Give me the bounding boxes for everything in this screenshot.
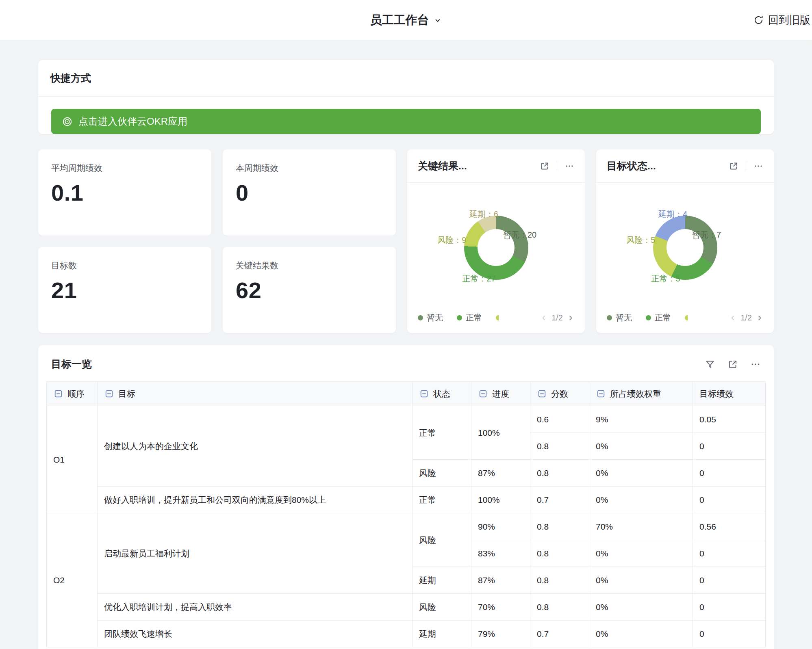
score-cell: 0.6 [530,406,589,433]
legend-dot [418,315,423,320]
segment-label: 正常：5 [651,273,680,284]
table-row: 优化入职培训计划，提高入职效率 风险 70% 0.8 0% 0 [47,594,766,621]
status-cell: 风险 [413,513,471,567]
collapse-column-icon[interactable] [537,389,547,399]
more-icon[interactable] [750,359,761,370]
collapse-column-icon[interactable] [104,389,114,399]
weight-cell: 0% [589,433,693,460]
next-page-icon[interactable] [567,314,574,322]
more-icon[interactable] [753,161,763,171]
status-cell: 风险 [413,594,471,621]
progress-cell: 90% [471,513,530,540]
perf-cell: 0.05 [693,406,766,433]
legend-dot [457,315,462,320]
stat-value: 21 [51,277,198,303]
chart-foot: 暂无 正常 1/2 [407,312,585,333]
order-cell: O2 [47,513,98,647]
status-cell: 风险 [413,460,471,487]
table-row: O2 启动最新员工福利计划 风险 90% 0.8 70% 0.56 [47,513,766,540]
workspace-title-dropdown[interactable]: 员工工作台 [370,12,442,28]
next-page-icon[interactable] [756,314,763,322]
stat-card-objective-count: 目标数 21 [38,247,211,333]
back-to-old-version-button[interactable]: 回到旧版 [753,0,810,40]
open-in-new-icon[interactable] [727,359,738,370]
legend-item[interactable]: 暂无 [607,312,632,323]
collapse-column-icon[interactable] [53,389,63,399]
weight-cell: 0% [589,594,693,621]
legend-item[interactable]: 正常 [457,312,482,323]
donut-ring [464,216,528,280]
perf-cell: 0 [693,460,766,487]
filter-icon[interactable] [705,359,715,370]
legend-item[interactable]: 暂无 [418,312,443,323]
segment-label: 暂无：20 [503,229,536,240]
col-header-progress: 进度 [471,382,530,406]
col-header-objective-performance: 目标绩效 [693,382,766,406]
progress-cell: 83% [471,540,530,567]
col-label: 所占绩效权重 [610,388,661,400]
table-row: O1 创建以人为本的企业文化 正常 100% 0.6 9% 0.05 [47,406,766,433]
restore-label: 回到旧版 [768,13,810,27]
collapse-column-icon[interactable] [419,389,429,399]
prev-page-icon[interactable] [729,314,736,322]
chart-pager: 1/2 [540,313,574,322]
table-row: 团队绩效飞速增长 延期 79% 0.7 0% 0 [47,621,766,647]
weight-cell: 0% [589,487,693,513]
collapse-column-icon[interactable] [478,389,488,399]
progress-cell: 100% [471,406,530,460]
okr-app-banner-button[interactable]: 点击进入伙伴云OKR应用 [51,109,761,134]
objectives-table: 顺序 目标 状态 进度 分数 [46,381,766,647]
objective-cell: 团队绩效飞速增长 [98,621,413,647]
stat-value: 62 [236,277,383,303]
weight-cell: 0% [589,567,693,594]
objective-status-donut-chart: 暂无：7正常：5风险：5延期：4 [596,183,774,312]
col-header-objective: 目标 [98,382,413,406]
collapse-column-icon[interactable] [596,389,606,399]
objective-cell: 做好入职培训，提升新员工和公司双向的满意度到80%以上 [98,487,413,513]
legend-item-clipped[interactable] [496,313,499,322]
chart-legend: 暂无 正常 [418,312,499,323]
weight-cell: 9% [589,406,693,433]
chart-title: 目标状态... [607,159,656,173]
legend-label: 正常 [655,312,671,323]
restore-icon [753,15,764,26]
legend-label: 暂无 [616,312,632,323]
col-header-status: 状态 [413,382,471,406]
col-header-score: 分数 [530,382,589,406]
chart-card-head: 关键结果... [407,149,585,183]
dashboard-page: 快捷方式 点击进入伙伴云OKR应用 平均周期绩效 0.1 本周期绩效 0 目标数 [0,41,812,649]
perf-cell: 0 [693,594,766,621]
progress-cell: 100% [471,487,530,513]
stat-card-avg-cycle-performance: 平均周期绩效 0.1 [38,149,211,236]
chart-pager: 1/2 [729,313,763,322]
score-cell: 0.8 [530,433,589,460]
target-icon [62,116,73,127]
open-in-new-icon[interactable] [729,161,738,171]
score-cell: 0.8 [530,540,589,567]
score-cell: 0.7 [530,487,589,513]
legend-item-clipped[interactable] [685,313,688,322]
legend-item[interactable]: 正常 [646,312,671,323]
status-cell: 正常 [413,487,471,513]
objectives-overview-card: 目标一览 [38,345,774,649]
table-row: 做好入职培训，提升新员工和公司双向的满意度到80%以上 正常 100% 0.7 … [47,487,766,513]
col-label: 分数 [551,388,568,400]
order-cell: O1 [47,406,98,513]
open-in-new-icon[interactable] [540,161,549,171]
page-indicator: 1/2 [551,313,563,322]
stat-label: 本周期绩效 [236,162,383,174]
segment-label: 正常：27 [462,273,495,284]
segment-label: 延期：4 [658,209,687,220]
stat-card-current-cycle-performance: 本周期绩效 0 [223,149,396,236]
legend-dot [607,315,612,320]
prev-page-icon[interactable] [540,314,547,322]
chart-foot: 暂无 正常 1/2 [596,312,774,333]
col-label: 进度 [492,388,509,400]
segment-label: 风险：9 [437,235,466,246]
more-icon[interactable] [564,161,574,171]
segment-label: 延期：6 [469,209,498,220]
segment-label: 暂无：7 [692,229,721,240]
stat-value: 0.1 [51,180,198,206]
weight-cell: 70% [589,513,693,540]
page-title: 员工工作台 [370,12,429,28]
